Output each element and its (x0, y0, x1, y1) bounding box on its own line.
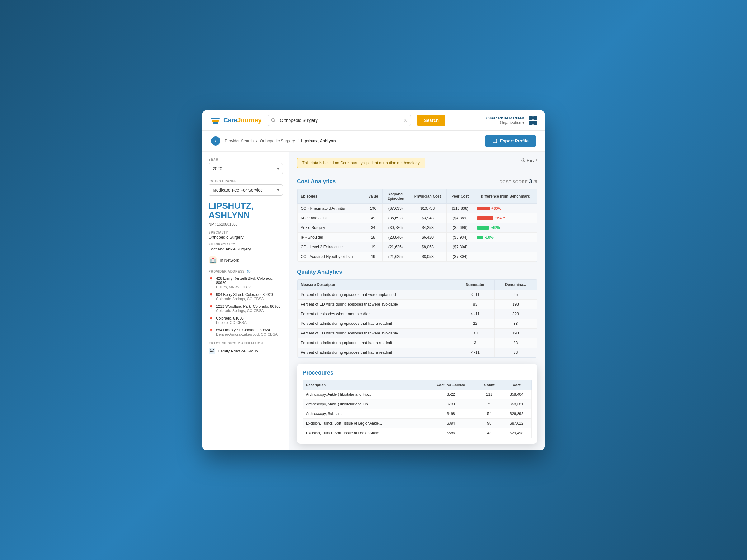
breadcrumb-path2: Orthopedic Surgery (260, 138, 295, 143)
diff-pct: +64% (495, 216, 505, 220)
table-row: Percent of ED visits during episodes tha… (298, 299, 537, 309)
table-row: Percent of admits during episodes that h… (298, 348, 537, 357)
table-row: Arthroscopy, Subtalr... $498 54 $26,892 (303, 409, 532, 419)
measure-desc: Percent of admits during episodes that h… (298, 348, 456, 357)
specialty-block: SPECIALTY Orthopedic Surgery (209, 231, 283, 240)
q-col-denominator: Denomina... (495, 279, 537, 290)
measure-desc: Percent of admits during episodes that h… (298, 338, 456, 348)
address-primary: 904 Berry Street, Colorado, 80920 (216, 292, 273, 297)
search-button[interactable]: Search (417, 115, 445, 126)
table-row: Percent of episodes where member died < … (298, 309, 537, 319)
grid-icon[interactable] (529, 116, 537, 125)
search-clear-button[interactable]: ✕ (400, 117, 411, 123)
quality-analytics-header: Quality Analytics (297, 269, 537, 275)
panel-label: PATIENT PANEL (209, 179, 283, 183)
episode-value: 49 (364, 213, 382, 223)
measure-desc: Percent of admits during episodes that w… (298, 290, 456, 299)
regional-episodes: (21,625) (383, 242, 409, 252)
export-icon (492, 138, 497, 143)
search-input[interactable] (276, 115, 400, 126)
regional-episodes: (28,846) (383, 232, 409, 242)
col-episodes: Episodes (298, 189, 364, 204)
proc-desc: Excision, Tumor, Soft Tissue of Leg or A… (303, 419, 425, 428)
proc-cost-per-service: $498 (425, 409, 477, 419)
episode-name: Knee and Joint (298, 213, 364, 223)
main-content: ‹ Provider Search / Orthopedic Surgery /… (202, 131, 545, 450)
nav-bar: CareJourney ✕ Search Omar Rhiel Madsen O… (202, 110, 545, 131)
address-primary: 428 Emily Renzelli Blvd, Colorado, 80920 (216, 276, 283, 285)
regional-episodes: (36,692) (383, 213, 409, 223)
address-primary: 1212 Woodland Park, Colorado, 80963 (216, 304, 280, 309)
cost-analytics-header: Cost Analytics COST SCORE 3 /5 (297, 178, 537, 185)
peer-cost: ($5,934) (447, 232, 474, 242)
procedures-table-body: Arthroscopy, Ankle (Tibiotalar and Fib..… (303, 390, 532, 438)
table-row: Percent of ED visits during episodes tha… (298, 328, 537, 338)
search-bar: ✕ (268, 115, 411, 126)
diff-from-benchmark (474, 242, 537, 252)
content-grid: YEAR 2020 PATIENT PANEL Medicare Fee For… (202, 152, 545, 450)
address-text: 904 Berry Street, Colorado, 80920 Colora… (216, 292, 273, 301)
proc-desc: Arthroscopy, Ankle (Tibiotalar and Fib..… (303, 390, 425, 399)
address-text: 428 Emily Renzelli Blvd, Colorado, 80920… (216, 276, 283, 289)
episode-name: OP - Level 3 Extraocular (298, 242, 364, 252)
alert-banner: This data is based on CareJourney's pati… (297, 158, 426, 168)
episode-value: 19 (364, 252, 382, 261)
peer-cost: ($10,868) (447, 204, 474, 213)
episode-value: 190 (364, 204, 382, 213)
address-info-icon[interactable]: ⓘ (247, 270, 251, 273)
affiliation-label: PRACTICE GROUP AFFILIATION (209, 342, 283, 345)
address-pin-icon: 📍 (209, 293, 213, 301)
user-org[interactable]: Organization ▾ (487, 121, 524, 125)
table-row: Knee and Joint 49 (36,692) $3,948 ($4,88… (298, 213, 537, 223)
denominator: 193 (495, 328, 537, 338)
address-item: 📍 1212 Woodland Park, Colorado, 80963 Co… (209, 304, 283, 313)
procedures-panel: Procedures Description Cost Per Service … (297, 364, 537, 444)
diff-from-benchmark: +30% (474, 204, 537, 213)
panel-select[interactable]: Medicare Fee For Service (209, 185, 283, 196)
regional-episodes: (30,786) (383, 223, 409, 232)
quality-analytics-table-wrapper: Measure Descripton Numerator Denomina...… (297, 279, 537, 358)
denominator: 33 (495, 348, 537, 357)
table-row: Excision, Tumor, Soft Tissue of Leg or A… (303, 419, 532, 428)
address-pin-icon: 📍 (209, 317, 213, 325)
numerator: 22 (456, 319, 495, 328)
denominator: 323 (495, 309, 537, 319)
proc-cost-per-service: $522 (425, 390, 477, 399)
diff-from-benchmark: -49% (474, 223, 537, 232)
procedures-inner: Procedures Description Cost Per Service … (297, 364, 537, 444)
episode-value: 19 (364, 242, 382, 252)
episode-name: IP - Shoulder (298, 232, 364, 242)
year-select[interactable]: 2020 (209, 163, 283, 174)
sidebar: YEAR 2020 PATIENT PANEL Medicare Fee For… (202, 152, 289, 450)
address-section-label: PROVIDER ADDRESS ⓘ (209, 269, 283, 274)
numerator: < -11 (456, 348, 495, 357)
proc-desc: Arthroscopy, Subtalr... (303, 409, 425, 419)
procedures-title: Procedures (303, 370, 532, 376)
help-link[interactable]: ⓘ HELP (521, 158, 537, 163)
table-row: IP - Shoulder 28 (28,846) $6,420 ($5,934… (298, 232, 537, 242)
browser-window: CareJourney ✕ Search Omar Rhiel Madsen O… (202, 110, 545, 450)
cost-analytics-table: Episodes Value RegionalEpisodes Physicia… (297, 189, 537, 262)
svg-rect-1 (212, 120, 219, 122)
episode-value: 34 (364, 223, 382, 232)
measure-desc: Percent of episodes where member died (298, 309, 456, 319)
proc-desc: Arthroscopy, Ankle (Tibiotalar and Fib..… (303, 399, 425, 409)
provider-npi: NPI: 1620801066 (209, 222, 283, 226)
table-row: Ankle Surgery 34 (30,786) $4,253 ($5,696… (298, 223, 537, 232)
breadcrumb-current: Lipshutz, Ashlynn (301, 138, 336, 143)
diff-from-benchmark: -10% (474, 232, 537, 242)
numerator: < -11 (456, 309, 495, 319)
logo-area: CareJourney (210, 115, 261, 126)
subspecialty-block: SUBSPECIALTY Foot and Ankle Surgery (209, 243, 283, 251)
address-text: 1212 Woodland Park, Colorado, 80963 Colo… (216, 304, 280, 313)
quality-table-body: Percent of admits during episodes that w… (298, 290, 537, 357)
address-secondary: Denver-Aurora-Lakewood, CO CBSA (216, 332, 278, 337)
table-row: Percent of admits during episodes that h… (298, 338, 537, 348)
numerator: 101 (456, 328, 495, 338)
export-profile-button[interactable]: Export Profile (485, 135, 536, 147)
back-button[interactable]: ‹ (211, 136, 221, 145)
diff-pct: +30% (491, 206, 501, 211)
address-pin-icon: 📍 (209, 305, 213, 313)
affiliation-icon: 🏛 (209, 348, 215, 354)
svg-line-4 (275, 121, 276, 122)
